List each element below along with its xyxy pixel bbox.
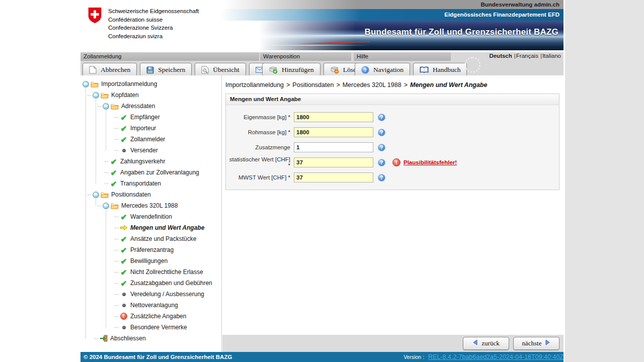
tree-item-bewilligungen[interactable]: ✔Bewilligungen bbox=[80, 255, 221, 266]
tree-collapse-icon[interactable] bbox=[83, 81, 89, 87]
tree-item-veredelung-ausbesserung[interactable]: Veredelung / Ausbesserung bbox=[80, 289, 221, 300]
main-panel: Importzollanmeldung>Positionsdaten>Merce… bbox=[222, 75, 564, 352]
logo-wordmark: Schweizerische Eidgenossenschaft Confédé… bbox=[108, 7, 199, 40]
uebersicht-button[interactable]: Übersicht bbox=[195, 63, 246, 77]
plausibility-error-link[interactable]: Plausibilitätsfehler! bbox=[404, 159, 457, 165]
language-italiano[interactable]: Italiano bbox=[542, 53, 561, 59]
tree-item-transportdaten[interactable]: ✔Transportdaten bbox=[80, 178, 221, 189]
tree-item-label: Positionsdaten bbox=[111, 191, 151, 198]
pager-strip: zurück nächste bbox=[222, 335, 564, 352]
statistischer-wert-input[interactable] bbox=[294, 157, 373, 167]
check-icon: ✔ bbox=[120, 213, 128, 221]
help-circle-icon[interactable]: ? bbox=[378, 174, 385, 182]
help-circle-icon[interactable]: ? bbox=[378, 159, 385, 166]
tree-item-label: Importeur bbox=[130, 125, 156, 132]
uebersicht-button-label: Übersicht bbox=[213, 66, 239, 74]
gov-bar-text: Bundesverwaltung admin.ch bbox=[480, 2, 559, 8]
handbuch-button-label: Handbuch bbox=[433, 66, 460, 74]
field-label: statistischer Wert [CHF] * bbox=[226, 156, 290, 168]
tree-item-label: Abschliessen bbox=[110, 335, 146, 342]
language-separator: | bbox=[540, 53, 542, 59]
tree-item-zahlungsverkehr[interactable]: ✔Zahlungsverkehr bbox=[80, 156, 221, 167]
tree-item-zollanmelder[interactable]: ✔Zollanmelder bbox=[80, 134, 221, 145]
office-title: Bundesamt für Zoll und Grenzsicherheit B… bbox=[365, 27, 558, 37]
panel-body: Eigenmasse [kg] * ? Rohmasse [kg] * ? Zu… bbox=[226, 105, 559, 190]
breadcrumb-item: Mercedes 320L 1988 bbox=[343, 81, 401, 88]
zusatzmenge-input[interactable] bbox=[294, 142, 373, 152]
tree-item-importeur[interactable]: ✔Importeur bbox=[80, 123, 221, 134]
toolbar-buttons-hilfe: ? Navigation Handbuch bbox=[355, 63, 467, 77]
tree-branch-line bbox=[115, 261, 119, 261]
tree-branch-line bbox=[115, 305, 119, 306]
tree-branch-line bbox=[115, 239, 119, 239]
tree-item-zusatzabgaben-und-geb-hren[interactable]: ✔Zusatzabgaben und Gebühren bbox=[80, 278, 221, 289]
tree-item-importzollanmeldung[interactable]: Importzollanmeldung bbox=[80, 78, 221, 89]
tree-branch-line bbox=[115, 283, 119, 284]
language-switcher: Deutsch|Français|Italiano bbox=[489, 53, 561, 59]
abbrechen-button[interactable]: Abbrechen bbox=[83, 63, 137, 77]
hinzufuegen-button[interactable]: Hinzufügen bbox=[262, 63, 320, 77]
help-circle-icon: ? bbox=[361, 66, 369, 74]
tree-branch-line bbox=[115, 228, 119, 228]
tree-branch-line bbox=[115, 139, 119, 140]
tree-item-abschliessen[interactable]: Abschliessen bbox=[80, 333, 221, 344]
version-link[interactable]: REL-8.4.2-7bab6aed2a5-2024-04-16T09:40:4… bbox=[428, 353, 564, 360]
navigation-button[interactable]: ? Navigation bbox=[355, 63, 410, 77]
form-row-mwst-wert: MWST Wert [CHF] * ? bbox=[226, 170, 559, 185]
naechste-button[interactable]: nächste bbox=[513, 337, 559, 350]
language-francais[interactable]: Français bbox=[516, 53, 538, 59]
mwst-wert-input[interactable] bbox=[294, 172, 373, 183]
tree-item-label: Angaben zur Zollveranlagung bbox=[120, 169, 199, 176]
tree-collapse-icon[interactable] bbox=[103, 203, 109, 209]
help-circle-icon[interactable]: ? bbox=[378, 114, 385, 121]
tree-item-label: Präferenzantrag bbox=[130, 246, 174, 253]
eigenmasse-input[interactable] bbox=[294, 112, 373, 122]
new-document-icon bbox=[89, 66, 97, 74]
rohmasse-input[interactable] bbox=[294, 127, 373, 137]
help-circle-icon[interactable]: ? bbox=[378, 129, 385, 136]
tree-item-adressdaten[interactable]: Adressdaten bbox=[80, 101, 221, 112]
tree-item-versender[interactable]: Versender bbox=[80, 145, 221, 156]
tree-item-ans-tze-und-packst-cke[interactable]: ✔Ansätze und Packstücke bbox=[80, 233, 221, 244]
tree-item-nettoveranlagung[interactable]: Nettoveranlagung bbox=[80, 300, 221, 311]
tree-collapse-icon[interactable] bbox=[93, 92, 99, 99]
page-right-gutter bbox=[564, 0, 644, 362]
folder-open-icon bbox=[101, 91, 109, 99]
help-circle-icon[interactable]: ? bbox=[378, 144, 385, 151]
tree-item-positionsdaten[interactable]: Positionsdaten bbox=[80, 189, 221, 200]
save-floppy-icon bbox=[146, 66, 154, 74]
tree-item-angaben-zur-zollveranlagung[interactable]: ✔Angaben zur Zollveranlagung bbox=[80, 167, 221, 178]
add-item-icon bbox=[269, 66, 278, 74]
tree-item-empf-nger[interactable]: ✔Empfänger bbox=[80, 112, 221, 123]
tree-collapse-icon[interactable] bbox=[103, 103, 109, 110]
logo-line: Confédération suisse bbox=[108, 16, 199, 24]
naechste-button-label: nächste bbox=[522, 339, 542, 347]
language-deutsch[interactable]: Deutsch bbox=[489, 53, 512, 59]
swiss-confederation-logo: Schweizerische Eidgenossenschaft Confédé… bbox=[88, 7, 199, 40]
footer-bar: © 2024 Bundesamt für Zoll und Grenzsiche… bbox=[80, 352, 564, 362]
tree-item-label: Zusatzabgaben und Gebühren bbox=[130, 280, 212, 287]
tree-branch-line bbox=[105, 172, 109, 173]
tree-item-nicht-zollrechtliche-erlasse[interactable]: ✔Nicht Zollrechtliche Erlasse bbox=[80, 266, 221, 278]
tree-branch-line bbox=[115, 217, 119, 217]
tree-item-besondere-vermerke[interactable]: Besondere Vermerke bbox=[80, 322, 221, 333]
zurueck-button[interactable]: zurück bbox=[463, 337, 509, 350]
tree-branch-line bbox=[98, 206, 102, 206]
tree-item-mercedes-320l-1988[interactable]: Mercedes 320L 1988 bbox=[80, 200, 221, 211]
tree-item-zus-tzliche-angaben[interactable]: !Zusätzliche Angaben bbox=[80, 311, 221, 322]
tree-item-label: Warendefinition bbox=[130, 213, 172, 220]
tree-item-label: Nettoveranlagung bbox=[130, 302, 178, 309]
panel-title: Mengen und Wert Angabe bbox=[226, 94, 559, 105]
tree-item-warendefinition[interactable]: ✔Warendefinition bbox=[80, 211, 221, 222]
application-window: Bundesverwaltung admin.ch Eidgenössische… bbox=[0, 0, 644, 362]
tree-item-pr-ferenzantrag[interactable]: ✔Präferenzantrag bbox=[80, 244, 221, 255]
tree-item-kopfdaten[interactable]: Kopfdaten bbox=[80, 89, 221, 101]
tree-item-mengen-und-wert-angabe[interactable]: Mengen und Wert Angabe bbox=[80, 222, 221, 233]
handbuch-button[interactable]: Handbuch bbox=[413, 63, 467, 77]
tree-item-label: Versender bbox=[130, 147, 158, 154]
tree-item-label: Empfänger bbox=[130, 114, 160, 121]
field-label: MWST Wert [CHF] * bbox=[226, 174, 290, 180]
error-icon: ! bbox=[120, 312, 128, 320]
tree-collapse-icon[interactable] bbox=[93, 192, 99, 198]
speichern-button[interactable]: Speichern bbox=[140, 63, 192, 77]
